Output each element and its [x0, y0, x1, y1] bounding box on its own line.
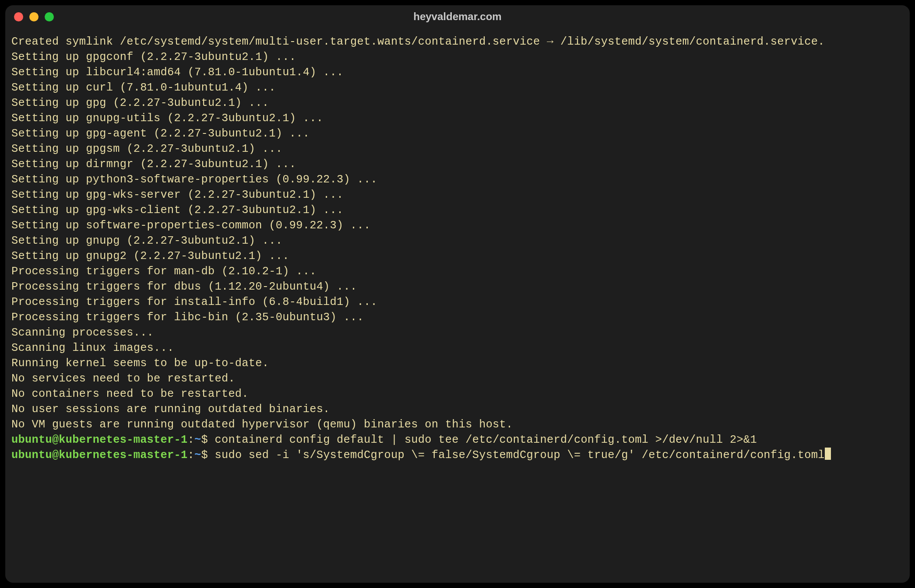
- output-line: Scanning processes...: [11, 325, 904, 340]
- titlebar: heyvaldemar.com: [5, 5, 910, 28]
- close-icon[interactable]: [14, 12, 23, 21]
- output-line: Setting up gpg-wks-server (2.2.27-3ubunt…: [11, 187, 904, 203]
- output-line: Setting up gnupg2 (2.2.27-3ubuntu2.1) ..…: [11, 248, 904, 264]
- command-input[interactable]: sudo sed -i 's/SystemdCgroup \= false/Sy…: [215, 449, 824, 462]
- command-text: containerd config default | sudo tee /et…: [215, 434, 757, 446]
- output-line: No containers need to be restarted.: [11, 386, 904, 402]
- cursor-icon: [825, 448, 831, 460]
- prompt-dollar: $: [201, 434, 215, 446]
- prompt-sep: :: [188, 449, 194, 462]
- output-line: Setting up curl (7.81.0-1ubuntu1.4) ...: [11, 80, 904, 95]
- output-line: Processing triggers for dbus (1.12.20-2u…: [11, 279, 904, 294]
- maximize-icon[interactable]: [45, 12, 54, 21]
- terminal-window: heyvaldemar.com Created symlink /etc/sys…: [5, 5, 910, 583]
- output-line: Setting up dirmngr (2.2.27-3ubuntu2.1) .…: [11, 157, 904, 172]
- output-line: Created symlink /etc/systemd/system/mult…: [11, 34, 904, 49]
- output-line: Setting up gpgsm (2.2.27-3ubuntu2.1) ...: [11, 141, 904, 157]
- output-line: Scanning linux images...: [11, 340, 904, 356]
- output-line: Processing triggers for man-db (2.10.2-1…: [11, 264, 904, 279]
- prompt-userhost: ubuntu@kubernetes-master-1: [11, 434, 188, 446]
- output-line: No user sessions are running outdated bi…: [11, 402, 904, 417]
- window-title: heyvaldemar.com: [5, 10, 910, 23]
- prompt-userhost: ubuntu@kubernetes-master-1: [11, 449, 188, 462]
- output-line: Setting up gnupg-utils (2.2.27-3ubuntu2.…: [11, 111, 904, 126]
- output-line: Running kernel seems to be up-to-date.: [11, 356, 904, 371]
- output-line: No VM guests are running outdated hyperv…: [11, 417, 904, 432]
- output-line: Setting up gpg (2.2.27-3ubuntu2.1) ...: [11, 95, 904, 111]
- output-line: Processing triggers for install-info (6.…: [11, 294, 904, 310]
- output-line: Setting up gpgconf (2.2.27-3ubuntu2.1) .…: [11, 49, 904, 65]
- output-line: Setting up gnupg (2.2.27-3ubuntu2.1) ...: [11, 233, 904, 248]
- traffic-lights: [14, 12, 54, 21]
- prompt-path: ~: [194, 434, 201, 446]
- prompt-line: ubuntu@kubernetes-master-1:~$ containerd…: [11, 432, 904, 448]
- prompt-dollar: $: [201, 449, 215, 462]
- output-line: No services need to be restarted.: [11, 371, 904, 386]
- minimize-icon[interactable]: [29, 12, 39, 21]
- output-line: Setting up gpg-agent (2.2.27-3ubuntu2.1)…: [11, 126, 904, 141]
- output-line: Processing triggers for libc-bin (2.35-0…: [11, 310, 904, 325]
- prompt-line[interactable]: ubuntu@kubernetes-master-1:~$ sudo sed -…: [11, 448, 904, 463]
- output-line: Setting up software-properties-common (0…: [11, 218, 904, 233]
- prompt-sep: :: [188, 434, 194, 446]
- terminal-body[interactable]: Created symlink /etc/systemd/system/mult…: [5, 28, 910, 583]
- output-line: Setting up gpg-wks-client (2.2.27-3ubunt…: [11, 203, 904, 218]
- output-line: Setting up libcurl4:amd64 (7.81.0-1ubunt…: [11, 65, 904, 80]
- prompt-path: ~: [194, 449, 201, 462]
- output-line: Setting up python3-software-properties (…: [11, 172, 904, 187]
